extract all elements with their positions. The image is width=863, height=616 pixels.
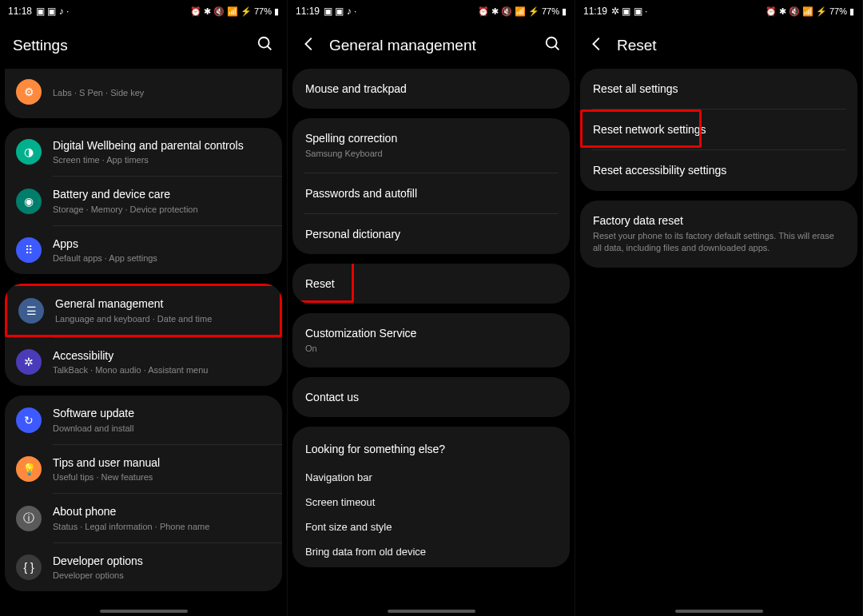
- general-list[interactable]: Mouse and trackpad Spelling correction S…: [288, 69, 575, 616]
- status-time: 11:19: [583, 6, 607, 17]
- battery-icon: ▮: [274, 6, 279, 17]
- update-icon: ↻: [16, 407, 42, 433]
- settings-card: ☰ General management Language and keyboa…: [5, 284, 282, 386]
- back-icon[interactable]: [300, 35, 318, 56]
- reset-screen: 11:19 ✲ ▣ ▣ · ⏰ ✱ 🔇 📶 ⚡ 77% ▮ Reset Rese…: [575, 0, 863, 616]
- item-sub: Language and keyboard · Date and time: [55, 313, 268, 324]
- status-battery: 77%: [254, 6, 272, 16]
- battery-icon: ▮: [562, 6, 567, 17]
- wellbeing-icon: ◑: [16, 139, 42, 165]
- item-title: Contact us: [305, 390, 557, 404]
- item-title: Reset all settings: [593, 81, 845, 96]
- settings-card: Mouse and trackpad: [292, 69, 570, 109]
- item-title: Passwords and autofill: [305, 186, 557, 201]
- list-item-apps[interactable]: ⠿ Apps Default apps · App settings: [5, 226, 282, 274]
- general-icon: ☰: [18, 298, 44, 324]
- page-title: General management: [329, 37, 476, 54]
- list-item-tips[interactable]: 💡 Tips and user manual Useful tips · New…: [5, 445, 282, 493]
- list-item-developer[interactable]: { } Developer options Developer options: [5, 543, 282, 591]
- item-title: Spelling correction: [305, 131, 557, 145]
- developer-icon: { }: [16, 554, 42, 580]
- search-icon[interactable]: [257, 35, 274, 56]
- status-system-icons: ⏰ ✱ 🔇 📶 ⚡: [766, 6, 827, 17]
- item-title: Developer options: [53, 554, 271, 568]
- item-sub: Storage · Memory · Device protection: [53, 204, 271, 215]
- list-item-general-management[interactable]: ☰ General management Language and keyboa…: [7, 286, 280, 334]
- looking-item-screen-timeout[interactable]: Screen timeout: [305, 490, 557, 515]
- highlight-box: [580, 109, 702, 148]
- highlight-box: ☰ General management Language and keyboa…: [5, 284, 282, 336]
- item-title: General management: [55, 296, 268, 311]
- item-sub: On: [305, 343, 557, 354]
- item-title: About phone: [53, 504, 271, 519]
- settings-card: Customization Service On: [292, 313, 570, 367]
- item-sub: Useful tips · New features: [53, 471, 271, 483]
- list-item-accessibility[interactable]: ✲ Accessibility TalkBack · Mono audio · …: [5, 338, 282, 386]
- item-title: Accessibility: [53, 348, 271, 363]
- item-title: Reset accessibility settings: [593, 163, 845, 177]
- list-item-dictionary[interactable]: Personal dictionary: [292, 214, 570, 254]
- nav-handle[interactable]: [388, 610, 475, 613]
- battery-icon: ▮: [849, 6, 854, 17]
- item-sub: Default apps · App settings: [53, 252, 271, 264]
- svg-point-0: [259, 38, 269, 48]
- settings-card: Spelling correction Samsung Keyboard Pas…: [292, 118, 570, 254]
- settings-card: ◑ Digital Wellbeing and parental control…: [5, 128, 282, 274]
- list-item-battery[interactable]: ◉ Battery and device care Storage · Memo…: [5, 177, 282, 225]
- settings-card: Reset all settings Reset network setting…: [580, 69, 857, 191]
- header: Reset: [575, 22, 862, 69]
- reset-list[interactable]: Reset all settings Reset network setting…: [575, 69, 862, 616]
- status-notif-icons: ▣ ▣ ♪ ·: [36, 6, 69, 17]
- tips-icon: 💡: [16, 456, 42, 482]
- list-item-factory-reset[interactable]: Factory data reset Reset your phone to i…: [580, 201, 857, 268]
- settings-list[interactable]: ⚙ Labs · S Pen · Side key ◑ Digital Well…: [0, 69, 287, 616]
- item-sub: Reset your phone to its factory default …: [593, 230, 845, 255]
- about-icon: ⓘ: [16, 506, 42, 531]
- list-item-reset-all[interactable]: Reset all settings: [580, 69, 857, 109]
- item-sub: Samsung Keyboard: [305, 148, 557, 159]
- status-battery: 77%: [542, 6, 559, 16]
- looking-item-navbar[interactable]: Navigation bar: [305, 465, 557, 490]
- looking-item-font[interactable]: Font size and style: [305, 515, 557, 539]
- svg-line-1: [268, 46, 272, 50]
- apps-icon: ⠿: [16, 237, 42, 263]
- highlight-box: [292, 264, 354, 303]
- list-item-customization[interactable]: Customization Service On: [292, 313, 570, 367]
- status-bar: 11:19 ▣ ▣ ♪ · ⏰ ✱ 🔇 📶 ⚡ 77% ▮: [288, 0, 575, 22]
- looking-item-bring-data[interactable]: Bring data from old device: [305, 539, 557, 564]
- highlight-wrapper: Reset network settings: [580, 109, 857, 149]
- search-icon[interactable]: [544, 35, 562, 56]
- settings-card-partial: ⚙ Labs · S Pen · Side key: [5, 69, 282, 118]
- back-icon[interactable]: [588, 35, 606, 56]
- looking-section: Looking for something else? Navigation b…: [292, 427, 570, 567]
- svg-line-3: [555, 46, 559, 50]
- status-notif-icons: ✲ ▣ ▣ ·: [611, 6, 647, 17]
- list-item-spelling[interactable]: Spelling correction Samsung Keyboard: [292, 118, 570, 172]
- nav-handle[interactable]: [100, 610, 188, 613]
- list-item-software-update[interactable]: ↻ Software update Download and install: [5, 395, 282, 443]
- item-sub: Screen time · App timers: [53, 154, 271, 165]
- status-time: 11:19: [296, 6, 320, 17]
- list-item-wellbeing[interactable]: ◑ Digital Wellbeing and parental control…: [5, 128, 282, 176]
- item-title: Mouse and trackpad: [305, 81, 557, 96]
- item-title: Digital Wellbeing and parental controls: [53, 138, 271, 153]
- settings-screen: 11:18 ▣ ▣ ♪ · ⏰ ✱ 🔇 📶 ⚡ 77% ▮ Settings ⚙…: [0, 0, 288, 616]
- nav-handle[interactable]: [675, 610, 763, 613]
- general-management-screen: 11:19 ▣ ▣ ♪ · ⏰ ✱ 🔇 📶 ⚡ 77% ▮ General ma…: [288, 0, 575, 616]
- item-title: Customization Service: [305, 326, 557, 340]
- status-notif-icons: ▣ ▣ ♪ ·: [324, 6, 356, 17]
- list-item[interactable]: ⚙ Labs · S Pen · Side key: [5, 69, 282, 115]
- item-title: Factory data reset: [593, 213, 845, 228]
- list-item-passwords[interactable]: Passwords and autofill: [292, 173, 570, 213]
- settings-card: Reset: [292, 264, 570, 304]
- item-sub: Developer options: [53, 570, 271, 581]
- list-item-about[interactable]: ⓘ About phone Status · Legal information…: [5, 494, 282, 542]
- list-item-contact[interactable]: Contact us: [292, 377, 570, 417]
- item-title: Software update: [53, 406, 271, 420]
- looking-title: Looking for something else?: [305, 435, 557, 455]
- page-title: Settings: [13, 37, 68, 54]
- settings-card: ↻ Software update Download and install 💡…: [5, 395, 282, 591]
- item-sub: Labs · S Pen · Side key: [53, 87, 271, 98]
- list-item-mouse[interactable]: Mouse and trackpad: [292, 69, 570, 109]
- list-item-reset-accessibility[interactable]: Reset accessibility settings: [580, 150, 857, 190]
